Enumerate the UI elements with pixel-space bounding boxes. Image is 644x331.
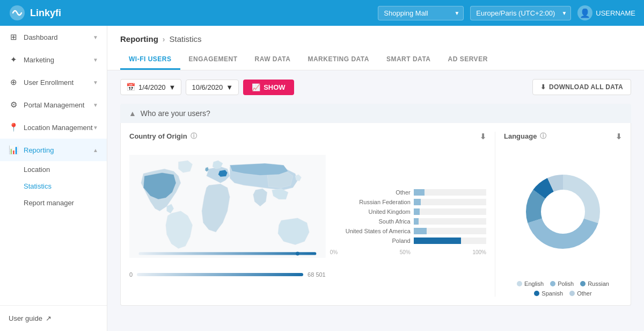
country-info-icon[interactable]: ⓘ (191, 132, 197, 141)
sidebar-label-user-enrollment: User Enrollment (24, 78, 74, 87)
date-from-input[interactable]: 📅 1/4/2020 ▼ (120, 79, 181, 95)
russian-dot (580, 281, 586, 286)
timezone-select[interactable]: Europe/Paris (UTC+2:00) (470, 6, 571, 20)
bar-sa-wrap (414, 218, 486, 225)
map-scale: 0 68 501 (129, 271, 326, 278)
sidebar-label-marketing: Marketing (24, 56, 54, 64)
breadcrumb-separator: › (163, 35, 165, 44)
dashboard-arrow-icon: ▼ (93, 34, 98, 40)
sidebar-item-dashboard[interactable]: ⊞ Dashboard ▼ (0, 26, 107, 48)
language-chart-title: Language ⓘ ⬇ (504, 132, 622, 141)
bar-usa-wrap (414, 228, 486, 234)
polish-dot (550, 281, 555, 286)
download-all-button[interactable]: ⬇ DOWNLOAD ALL DATA (532, 79, 631, 95)
world-map: 0 68 501 (129, 147, 326, 297)
sidebar-item-reporting[interactable]: 📊 Reporting ▲ (0, 139, 107, 161)
location-dropdown[interactable]: Shopping Mall ▼ (378, 6, 464, 20)
axis-0: 0% (330, 249, 338, 255)
section-toggle-icon[interactable]: ▲ (129, 109, 136, 118)
bar-poland-fill (414, 238, 461, 244)
bar-usa-fill (414, 228, 427, 234)
axis-labels: 0% 50% 100% (330, 249, 486, 255)
bar-russia-fill (414, 199, 421, 205)
sidebar-footer: User guide ↗ (0, 305, 107, 331)
filters-bar: 📅 1/4/2020 ▼ 10/6/2020 ▼ 📈 SHOW ⬇ DOWNLO… (120, 79, 631, 95)
bar-poland-wrap (414, 238, 486, 244)
main-content: Reporting › Statistics WI-FI USERS ENGAG… (107, 26, 644, 331)
sidebar-label-portal-management: Portal Management (24, 101, 84, 109)
tab-engagement[interactable]: ENGAGEMENT (180, 50, 246, 70)
scale-min: 0 (129, 271, 133, 278)
country-download-icon[interactable]: ⬇ (480, 132, 486, 141)
tab-smart-data[interactable]: SMART DATA (378, 50, 440, 70)
user-guide-link[interactable]: User guide ↗ (9, 314, 98, 322)
breadcrumb-root: Reporting (120, 34, 158, 44)
legend-spanish: Spanish (534, 290, 563, 297)
user-avatar-icon: 👤 (577, 5, 592, 20)
bar-other: Other (330, 189, 486, 196)
sidebar-label-dashboard: Dashboard (24, 33, 58, 41)
sidebar-sub-item-report-manager[interactable]: Report manager (0, 195, 107, 211)
sidebar-item-location-management[interactable]: 📍 Location Management ▼ (0, 116, 107, 139)
breadcrumb-current: Statistics (170, 34, 202, 44)
sidebar-item-portal-management[interactable]: ⚙ Portal Management ▼ (0, 93, 107, 116)
user-menu[interactable]: 👤 USERNAME (577, 5, 635, 20)
logo-icon (9, 4, 26, 21)
sidebar-item-user-enrollment[interactable]: ⊕ User Enrollment ▼ (0, 71, 107, 93)
show-button[interactable]: 📈 SHOW (243, 80, 294, 95)
location-management-icon: 📍 (9, 123, 18, 132)
content-area: 📅 1/4/2020 ▼ 10/6/2020 ▼ 📈 SHOW ⬇ DOWNLO… (107, 70, 644, 331)
external-link-icon: ↗ (46, 314, 52, 322)
donut-svg (520, 169, 606, 255)
tab-wifi-users[interactable]: WI-FI USERS (120, 50, 180, 70)
portal-management-arrow-icon: ▼ (93, 102, 98, 108)
world-map-svg (129, 147, 326, 265)
sidebar-item-marketing[interactable]: ✦ Marketing ▼ (0, 48, 107, 71)
svg-point-9 (544, 193, 582, 231)
map-scale-bar (137, 273, 303, 276)
bar-sa: South Africa (330, 218, 486, 225)
axis-100: 100% (472, 249, 486, 255)
tab-ad-server[interactable]: AD SERVER (440, 50, 496, 70)
sidebar-label-reporting: Reporting (24, 146, 54, 154)
sidebar-label-location-management: Location Management (24, 124, 93, 132)
sidebar: ⊞ Dashboard ▼ ✦ Marketing ▼ ⊕ User Enrol… (0, 26, 107, 331)
main-header: Reporting › Statistics WI-FI USERS ENGAG… (107, 26, 644, 70)
sidebar-sub-item-statistics[interactable]: Statistics (0, 178, 107, 195)
username-label: USERNAME (596, 9, 635, 17)
topbar: Linkyfi Shopping Mall ▼ Europe/Paris (UT… (0, 0, 644, 26)
language-download-icon[interactable]: ⬇ (616, 132, 622, 141)
date-from-arrow: ▼ (169, 83, 176, 91)
bar-usa: United States of America (330, 228, 486, 234)
charts-container: Country of Origin ⓘ ⬇ (120, 123, 631, 306)
reporting-icon: 📊 (9, 145, 18, 155)
logo: Linkyfi (9, 4, 61, 21)
english-dot (517, 281, 522, 286)
timezone-dropdown[interactable]: Europe/Paris (UTC+2:00) ▼ (470, 6, 571, 20)
legend-polish: Polish (550, 280, 574, 287)
tab-marketing-data[interactable]: MARKETING DATA (299, 50, 378, 70)
country-chart-title: Country of Origin ⓘ ⬇ (129, 132, 486, 141)
bar-sa-fill (414, 218, 419, 225)
date-from-value: 1/4/2020 (138, 83, 166, 91)
bar-russia-wrap (414, 199, 486, 205)
bar-other-fill (414, 189, 425, 196)
country-chart: Country of Origin ⓘ ⬇ (129, 132, 495, 297)
tabs: WI-FI USERS ENGAGEMENT RAW DATA MARKETIN… (120, 50, 631, 70)
axis-50: 50% (400, 249, 411, 255)
svg-point-3 (296, 251, 299, 255)
bar-uk-fill (414, 208, 420, 215)
bar-uk-wrap (414, 208, 486, 215)
breadcrumb: Reporting › Statistics (120, 34, 631, 44)
location-select[interactable]: Shopping Mall (378, 6, 464, 20)
marketing-icon: ✦ (9, 55, 18, 64)
date-to-input[interactable]: 10/6/2020 ▼ (186, 80, 239, 95)
spanish-dot (534, 291, 539, 296)
sidebar-sub-item-location[interactable]: Location (0, 161, 107, 178)
bar-russia: Russian Federation (330, 199, 486, 205)
bar-other-wrap (414, 189, 486, 196)
legend-other: Other (569, 290, 592, 297)
tab-raw-data[interactable]: RAW DATA (246, 50, 299, 70)
country-map-area: 0 68 501 Other (129, 147, 486, 297)
language-info-icon[interactable]: ⓘ (540, 132, 546, 141)
